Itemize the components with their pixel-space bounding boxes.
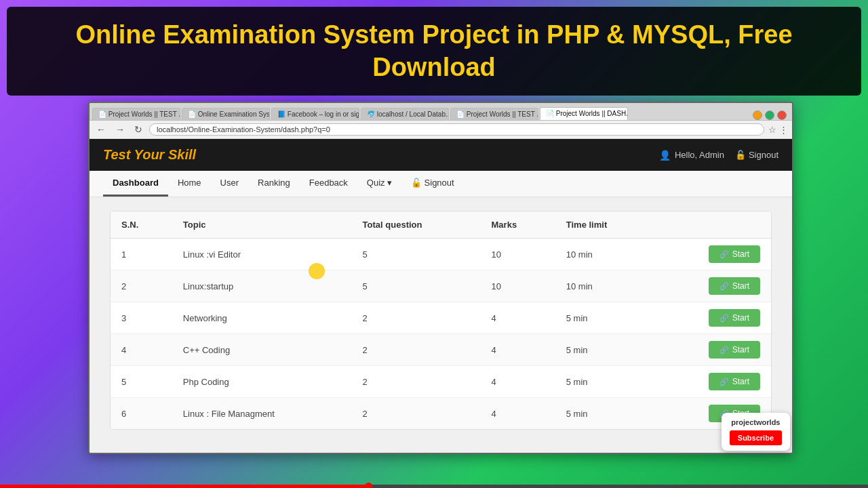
tab-5-label: 📄 Project Worlds || TEST ...	[456, 110, 538, 118]
forward-button[interactable]: →	[113, 123, 127, 136]
tab-2-label: 📄 Online Examination Sys...	[188, 110, 270, 118]
table-row: 3Networking245 min🔗Start	[111, 302, 771, 334]
table-header-row: S.N. Topic Total question Marks Time lim…	[111, 211, 771, 239]
browser-tab-2[interactable]: 📄 Online Examination Sys... ✕	[182, 108, 270, 120]
cell-topic: Php Coding	[172, 366, 352, 398]
start-icon: 🔗	[719, 378, 729, 386]
start-icon: 🔗	[719, 282, 729, 291]
cell-total-q: 2	[352, 398, 481, 430]
cell-time: 5 min	[555, 302, 654, 334]
cell-action: 🔗Start	[654, 302, 771, 334]
table-row: 1Linux :vi Editor51010 min🔗Start	[111, 239, 771, 270]
col-total-q: Total question	[352, 211, 481, 239]
cell-marks: 10	[481, 239, 555, 270]
cell-time: 5 min	[555, 366, 654, 398]
reload-button[interactable]: ↻	[132, 123, 145, 136]
app-logo: Test Your Skill	[103, 147, 196, 163]
tab-3-label: 📘 Facebook – log in or sig...	[277, 110, 359, 118]
start-button-2[interactable]: 🔗Start	[709, 277, 760, 295]
header-right: 👤 Hello, Admin 🔓 Signout	[659, 150, 778, 161]
cell-total-q: 5	[352, 270, 481, 302]
browser-tab-6[interactable]: 📄 Project Worlds || DASH... ✕	[540, 107, 628, 120]
browser-window: 📄 Project Worlds || TEST ... ✕ 📄 Online …	[88, 102, 793, 454]
start-button-3[interactable]: 🔗Start	[709, 309, 760, 327]
bookmark-icon[interactable]: ☆	[768, 125, 776, 135]
address-bar-row: ← → ↻ ☆ ⋮	[90, 121, 792, 139]
subscribe-button[interactable]: Subscribe	[730, 430, 782, 445]
start-button-4[interactable]: 🔗Start	[709, 341, 760, 359]
col-sn: S.N.	[111, 211, 172, 239]
cell-marks: 4	[481, 398, 555, 430]
nav-ranking[interactable]: Ranking	[248, 171, 300, 197]
header-user: 👤 Hello, Admin	[659, 150, 724, 161]
nav-signout[interactable]: 🔓 Signout	[401, 171, 464, 197]
cell-topic: Linux :vi Editor	[172, 239, 352, 270]
col-topic: Topic	[172, 211, 352, 239]
header-signout-button[interactable]: 🔓 Signout	[735, 150, 778, 160]
table-row: 6Linux : File Managment245 min🔗Start	[111, 398, 771, 430]
youtube-progress-fill	[0, 485, 365, 488]
youtube-progress-bar[interactable]	[0, 485, 868, 488]
cell-sn: 2	[111, 270, 172, 302]
cell-sn: 1	[111, 239, 172, 270]
maximize-btn[interactable]	[765, 110, 774, 120]
start-icon: 🔗	[719, 250, 729, 259]
nav-signout-icon: 🔓	[411, 178, 422, 188]
video-title: Online Examination System Project in PHP…	[7, 7, 861, 96]
browser-tab-5[interactable]: 📄 Project Worlds || TEST ... ✕	[450, 108, 538, 120]
quiz-dropdown-icon: ▾	[387, 178, 392, 188]
start-button-1[interactable]: 🔗Start	[709, 245, 760, 263]
cell-marks: 4	[481, 366, 555, 398]
user-icon: 👤	[659, 150, 671, 161]
app-main: S.N. Topic Total question Marks Time lim…	[90, 197, 792, 453]
signout-icon: 🔓	[735, 150, 746, 160]
table-row: 2Linux:startup51010 min🔗Start	[111, 270, 771, 302]
menu-icon[interactable]: ⋮	[779, 125, 788, 135]
subscribe-channel: projectworlds	[731, 418, 780, 426]
cell-total-q: 2	[352, 366, 481, 398]
tab-6-label: 📄 Project Worlds || DASH...	[546, 110, 628, 117]
nav-feedback[interactable]: Feedback	[300, 171, 357, 197]
nav-user[interactable]: User	[211, 171, 248, 197]
cell-sn: 4	[111, 334, 172, 366]
app-nav: Dashboard Home User Ranking Feedback Qui…	[90, 171, 792, 197]
col-marks: Marks	[481, 211, 555, 239]
cell-sn: 5	[111, 366, 172, 398]
start-icon: 🔗	[719, 346, 729, 354]
col-time: Time limit	[555, 211, 654, 239]
close-btn[interactable]	[777, 110, 787, 120]
nav-home[interactable]: Home	[168, 171, 211, 197]
quiz-table-wrapper: S.N. Topic Total question Marks Time lim…	[110, 211, 772, 430]
youtube-progress-dot[interactable]	[365, 483, 372, 488]
minimize-btn[interactable]	[753, 110, 762, 120]
cell-time: 10 min	[555, 239, 654, 270]
cell-time: 5 min	[555, 398, 654, 430]
app-content: Test Your Skill 👤 Hello, Admin 🔓 Signout…	[90, 139, 792, 453]
table-row: 4C++ Coding245 min🔗Start	[111, 334, 771, 366]
start-icon: 🔗	[719, 314, 729, 323]
browser-tab-4[interactable]: 🐬 localhost / Local Datab... ✕	[361, 108, 449, 120]
cell-topic: Linux:startup	[172, 270, 352, 302]
signout-label: Signout	[749, 150, 778, 160]
nav-dashboard[interactable]: Dashboard	[103, 171, 168, 197]
browser-tab-1[interactable]: 📄 Project Worlds || TEST ... ✕	[92, 108, 180, 120]
cell-marks: 4	[481, 334, 555, 366]
cell-action: 🔗Start	[654, 270, 771, 302]
cell-topic: Networking	[172, 302, 352, 334]
address-icons: ☆ ⋮	[768, 125, 788, 135]
browser-tab-3[interactable]: 📘 Facebook – log in or sig... ✕	[271, 108, 359, 120]
browser-tabs-bar: 📄 Project Worlds || TEST ... ✕ 📄 Online …	[90, 103, 792, 121]
address-input[interactable]	[149, 123, 764, 136]
start-button-5[interactable]: 🔗Start	[709, 373, 760, 390]
user-label: Hello, Admin	[675, 150, 724, 160]
nav-quiz[interactable]: Quiz ▾	[357, 171, 401, 197]
cell-sn: 3	[111, 302, 172, 334]
cell-time: 10 min	[555, 270, 654, 302]
app-header: Test Your Skill 👤 Hello, Admin 🔓 Signout	[90, 139, 792, 171]
cell-total-q: 2	[352, 302, 481, 334]
cell-sn: 6	[111, 398, 172, 430]
cell-marks: 10	[481, 270, 555, 302]
back-button[interactable]: ←	[94, 123, 108, 136]
cell-total-q: 5	[352, 239, 481, 270]
cell-topic: C++ Coding	[172, 334, 352, 366]
